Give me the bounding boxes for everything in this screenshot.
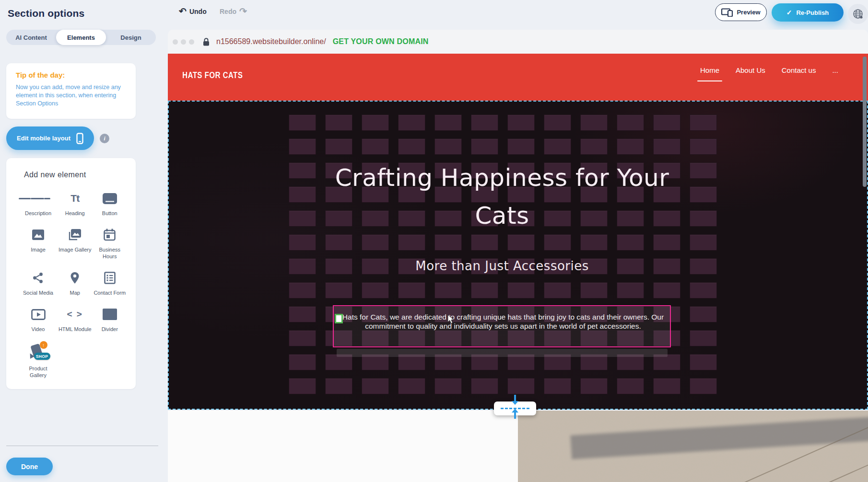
element-label: HTML Module [59,326,92,333]
tab-elements[interactable]: Elements [56,30,106,45]
element-html-module[interactable]: < > HTML Module [58,306,93,333]
tip-of-the-day-card: Tip of the day: Now you can add, move an… [6,63,136,119]
element-business-hours[interactable]: Business Hours [93,226,128,260]
hero-tile [434,378,462,394]
devices-icon [721,8,733,17]
hero-tile [471,282,498,298]
element-label: Divider [102,326,118,333]
get-domain-link[interactable]: GET YOUR OWN DOMAIN [333,37,429,46]
element-video[interactable]: Video [19,306,58,333]
language-globe-button[interactable] [848,4,868,24]
hero-tile [289,378,316,394]
hero-tile [690,282,717,298]
republish-button[interactable]: ✓ Re-Publish [772,3,844,22]
tip-heading: Tip of the day: [16,71,126,79]
hero-tile [690,306,717,322]
element-divider[interactable]: Divider [93,306,128,333]
form-icon [104,269,116,287]
redo-button[interactable]: Redo ↷ [220,7,247,16]
hero-tile [544,378,571,394]
hero-tile [471,378,498,394]
hero-tile [507,138,535,155]
hero-section-selected[interactable]: Crafting Happiness for Your Cats More th… [168,101,868,410]
hero-tile [362,115,389,131]
app-root: Section options AI Content Elements Desi… [0,0,868,482]
info-icon[interactable]: i [100,134,109,143]
hero-tile [289,115,316,131]
hero-tile [617,234,644,251]
hero-tile [434,282,462,298]
hero-tile [325,115,352,131]
done-button[interactable]: Done [6,458,53,475]
element-grid: Description Tt Heading Button Ima [6,179,136,379]
element-drag-handle[interactable] [335,314,343,323]
site-nav: Home About Us Contact us ... [700,66,838,74]
element-social-media[interactable]: Social Media [19,269,58,296]
tab-design[interactable]: Design [106,30,156,45]
hero-tile [690,210,717,227]
preview-label: Preview [737,9,760,16]
hero-tile [617,115,644,131]
hero-tile [653,138,680,155]
hero-tile [690,138,717,155]
hero-tile [434,234,462,251]
hero-subheadline[interactable]: More than Just Accessories [286,259,718,273]
section-options-sidebar: Section options AI Content Elements Desi… [0,0,168,482]
code-icon: < > [67,306,83,323]
hero-tile [398,115,425,131]
site-url[interactable]: n1566589.websitebuilder.online/ [216,37,326,46]
tip-body: Now you can add, move and resize any ele… [16,83,126,108]
hero-headline[interactable]: Crafting Happiness for Your Cats [320,159,684,235]
element-label: Description [25,210,51,217]
hero-tile [289,162,316,179]
map-pin-icon [70,269,80,287]
edit-mobile-layout-button[interactable]: Edit mobile layout [6,126,94,150]
element-label: Product Gallery [22,365,55,379]
hero-tile [289,282,316,298]
element-label: Social Media [23,289,53,296]
image-icon [32,226,44,243]
hero-tile [544,282,571,298]
sidebar-tabbar: AI Content Elements Design [6,30,156,45]
next-section-left [168,411,518,482]
sidebar-divider [6,446,158,446]
element-map[interactable]: Map [58,269,93,296]
resize-arrow-up-icon [512,409,518,419]
element-image-gallery[interactable]: Image Gallery [58,226,93,260]
element-button[interactable]: Button [93,190,128,217]
nav-about-us[interactable]: About Us [736,66,765,74]
phone-icon [76,133,83,144]
element-description[interactable]: Description [19,190,58,217]
element-label: Business Hours [93,246,127,260]
resize-arrow-down-icon [512,395,518,405]
hero-tile [434,115,462,131]
selected-paragraph-element[interactable]: Hats for Cats, we are dedicated to craft… [333,305,671,347]
nav-more[interactable]: ... [832,66,838,74]
share-icon [32,269,44,287]
undo-button[interactable]: ↶ Undo [179,7,207,16]
hero-tile [362,378,389,394]
element-label: Heading [65,210,85,217]
element-image[interactable]: Image [19,226,58,260]
hero-tile [544,234,571,251]
hero-tile [507,234,535,251]
hero-tile [289,354,316,370]
hero-tile [617,282,644,298]
hero-tile [690,354,717,370]
element-label: Contact Form [94,289,126,296]
preview-button[interactable]: Preview [715,3,767,21]
hero-tile [580,115,608,131]
element-product-gallery[interactable]: ↑ SHOP Product Gallery [19,342,58,379]
element-contact-form[interactable]: Contact Form [93,269,128,296]
site-logo[interactable]: HATS FOR CATS [182,70,243,80]
site-header[interactable] [168,54,868,101]
preview-scrollbar[interactable] [863,57,867,187]
hero-paragraph[interactable]: Hats for Cats, we are dedicated to craft… [338,313,669,331]
nav-home[interactable]: Home [700,66,719,74]
tab-ai-content[interactable]: AI Content [6,30,56,45]
hero-tile [690,162,717,179]
nav-contact-us[interactable]: Contact us [782,66,816,74]
undo-label: Undo [189,8,207,15]
element-heading[interactable]: Tt Heading [58,190,93,217]
hero-tile [289,330,316,346]
